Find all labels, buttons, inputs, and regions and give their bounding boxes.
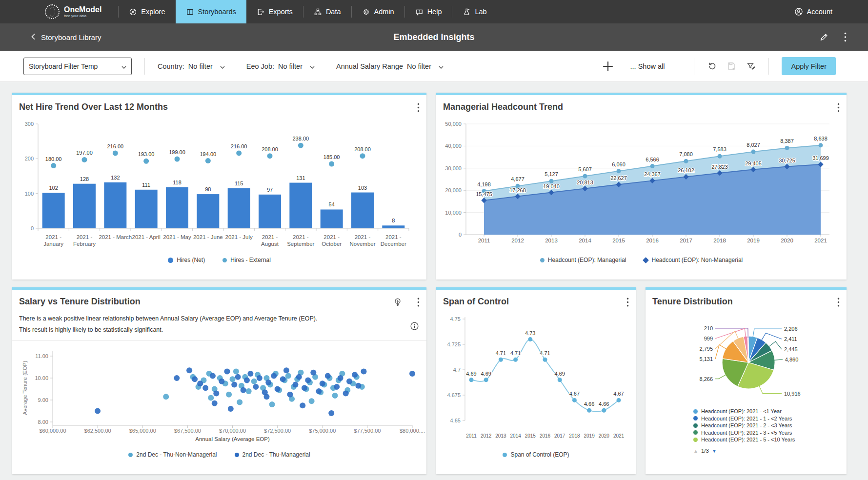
scatter-point[interactable]: [212, 400, 218, 406]
scatter-point[interactable]: [296, 374, 302, 380]
filter-country[interactable]: Country: No filter: [158, 62, 225, 70]
span-point-2015[interactable]: [528, 337, 532, 341]
scatter-point[interactable]: [192, 376, 198, 382]
filter-annual-salary-range[interactable]: Annual Salary Range No filter: [336, 62, 444, 70]
net-hire-chart[interactable]: 0100200300102180.002021 -January128197.0…: [12, 93, 426, 280]
scatter-point[interactable]: [352, 372, 358, 378]
scatter-point[interactable]: [186, 367, 192, 373]
point-2021 - June[interactable]: [205, 158, 211, 163]
managerial-point-2018[interactable]: [718, 154, 722, 159]
scatter-point[interactable]: [302, 385, 307, 391]
point-2021 - September[interactable]: [298, 143, 303, 148]
managerial-point-2017[interactable]: [684, 159, 688, 163]
scatter-point[interactable]: [257, 375, 262, 381]
add-filter-plus-icon[interactable]: [602, 60, 614, 72]
legend-item[interactable]: Headcount (EOP): Managerial: [540, 257, 626, 263]
span-point-2019[interactable]: [587, 408, 591, 413]
bar-2021 - May[interactable]: [166, 187, 188, 228]
scatter-point[interactable]: [253, 384, 259, 390]
scatter-point[interactable]: [231, 382, 237, 388]
managerial-point-2020[interactable]: [785, 146, 789, 150]
edit-pencil-icon[interactable]: [819, 33, 828, 42]
scatter-point[interactable]: [265, 380, 271, 385]
legend-item[interactable]: 2nd Dec - Thu-Non-Managerial: [128, 451, 217, 458]
span-point-2020[interactable]: [602, 408, 606, 413]
bar-2021 - August[interactable]: [259, 195, 281, 228]
scatter-point[interactable]: [247, 371, 253, 377]
bar-2021 - June[interactable]: [197, 194, 219, 228]
managerial-point-2015[interactable]: [617, 169, 621, 173]
scatter-point[interactable]: [213, 391, 219, 397]
span-point-2012[interactable]: [484, 378, 488, 382]
scatter-point[interactable]: [334, 384, 340, 390]
scatter-point[interactable]: [316, 388, 322, 394]
span-point-2016[interactable]: [543, 358, 547, 362]
pie-legend-item[interactable]: Headcount (EOP): 2021 - 5 - <10 Years: [693, 436, 795, 443]
back-to-storyboard-library[interactable]: Storyboard Library: [30, 23, 101, 51]
tenure-distribution-pie-chart[interactable]: 2,2062,4112,4454,86010,9162109992,7955,1…: [646, 287, 847, 474]
bar-2021 - December[interactable]: [382, 225, 404, 228]
scatter-point[interactable]: [338, 375, 343, 381]
scatter-point[interactable]: [197, 380, 203, 386]
scatter-point[interactable]: [224, 369, 230, 375]
scatter-point[interactable]: [237, 400, 242, 405]
legend-page-up-icon[interactable]: ▲: [693, 448, 698, 454]
point-2021 - November[interactable]: [360, 153, 365, 159]
bar-2021 - January[interactable]: [42, 193, 65, 228]
span-point-2021[interactable]: [617, 398, 621, 402]
nav-item-lab[interactable]: Lab: [452, 0, 497, 23]
apply-filter-button[interactable]: Apply Filter: [782, 57, 836, 75]
salary-tenure-scatter-chart[interactable]: 8.009.0010.0011.00$60,000.00$62,500.00$6…: [12, 287, 426, 474]
bar-2021 - July[interactable]: [228, 188, 250, 228]
save-filter-icon[interactable]: [727, 61, 736, 71]
point-2021 - August[interactable]: [267, 153, 273, 159]
bar-2021 - November[interactable]: [351, 193, 374, 228]
scatter-point[interactable]: [293, 382, 299, 388]
pie-legend-item[interactable]: Headcount (EOP): 2021 - <1 Year: [693, 408, 795, 415]
scatter-point[interactable]: [210, 373, 216, 379]
scatter-point[interactable]: [271, 373, 277, 379]
scatter-point[interactable]: [230, 376, 236, 382]
bar-2021 - March[interactable]: [104, 182, 126, 228]
scatter-point[interactable]: [361, 369, 367, 375]
scatter-point[interactable]: [346, 379, 352, 384]
pie-legend-item[interactable]: Headcount (EOP): 2021 - 3 - <5 Years: [693, 429, 795, 437]
managerial-point-2014[interactable]: [583, 174, 587, 179]
nav-item-account[interactable]: Account: [784, 0, 843, 23]
span-point-2017[interactable]: [558, 378, 562, 382]
managerial-headcount-chart[interactable]: 010,00020,00030,00040,00050,0004,19815,4…: [436, 93, 847, 280]
scatter-point[interactable]: [300, 402, 305, 408]
scatter-point[interactable]: [163, 394, 169, 400]
scatter-point[interactable]: [310, 370, 316, 376]
scatter-point[interactable]: [328, 410, 334, 416]
point-2021 - May[interactable]: [175, 157, 180, 162]
bar-2021 - April[interactable]: [135, 190, 158, 228]
point-2021 - October[interactable]: [329, 161, 334, 167]
scatter-point[interactable]: [285, 373, 291, 379]
managerial-point-2021[interactable]: [819, 143, 823, 147]
legend-page-down-icon[interactable]: ▼: [712, 448, 717, 454]
scatter-point[interactable]: [235, 374, 241, 380]
scatter-point[interactable]: [233, 369, 239, 375]
scatter-point[interactable]: [251, 379, 257, 384]
legend-item[interactable]: Headcount (EOP): Non-Managerial: [644, 257, 743, 263]
scatter-point[interactable]: [264, 394, 270, 400]
scatter-point[interactable]: [228, 406, 234, 412]
scatter-point[interactable]: [219, 379, 224, 384]
legend-item[interactable]: Span of Control (EOP): [503, 451, 569, 458]
span-of-control-chart[interactable]: 4.654.6754.74.7254.754.6920114.6920124.7…: [436, 287, 636, 474]
scatter-point[interactable]: [174, 375, 180, 381]
scatter-point[interactable]: [226, 392, 232, 398]
scatter-point[interactable]: [355, 383, 361, 389]
span-point-2018[interactable]: [572, 398, 577, 402]
reset-undo-icon[interactable]: [707, 61, 717, 71]
scatter-point[interactable]: [305, 378, 311, 383]
point-2021 - January[interactable]: [51, 163, 56, 168]
scatter-point[interactable]: [208, 395, 214, 401]
scatter-point[interactable]: [309, 398, 315, 404]
scatter-point[interactable]: [275, 386, 281, 392]
scatter-point[interactable]: [244, 378, 250, 383]
scatter-point[interactable]: [283, 367, 289, 373]
point-2021 - April[interactable]: [143, 159, 149, 164]
scatter-point[interactable]: [280, 376, 286, 382]
